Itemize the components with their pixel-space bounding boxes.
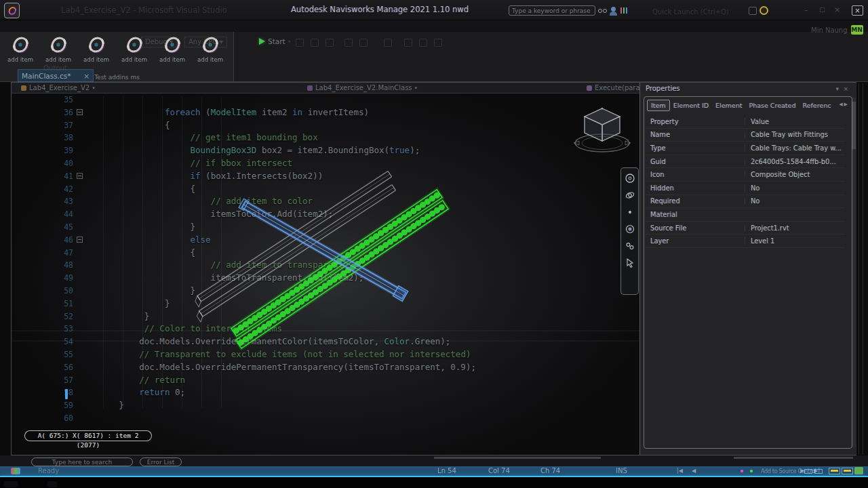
search-ghost-button[interactable]: Type here to search <box>31 458 133 466</box>
status-ready: Ready <box>38 467 59 474</box>
property-row-9: Layer Level 1 <box>646 235 845 248</box>
panel-close-icon[interactable]: × <box>843 85 848 92</box>
toolbar-ghost-icon[interactable] <box>434 39 442 47</box>
disk-indicator-icon[interactable] <box>842 468 853 474</box>
ribbon-button-label: add item <box>77 56 115 63</box>
user-name: Min Naung <box>811 26 848 34</box>
property-row-5: Hidden No <box>646 182 845 195</box>
properties-tab-element[interactable]: Element <box>712 100 745 110</box>
navisworks-plugin-icon <box>9 34 31 56</box>
property-label: Hidden <box>646 184 745 192</box>
property-label: Required <box>646 197 745 205</box>
restore-button[interactable]: □ <box>819 6 825 13</box>
editor-tab-mainclass[interactable]: MainClass.cs* × <box>18 69 94 82</box>
properties-tab-phase-created[interactable]: Phase Created <box>745 100 799 110</box>
property-label: Source File <box>646 224 745 232</box>
look-around-icon[interactable] <box>624 223 636 235</box>
property-label: Material <box>646 211 745 218</box>
bookmark-ghost-icon[interactable] <box>384 39 392 47</box>
hud-readout: A( 675:) X( 8617) : item 2 (2077) <box>24 430 152 441</box>
zoom-icon[interactable] <box>624 206 636 218</box>
toolbar-ghost-icon[interactable] <box>344 39 353 47</box>
h-scrollbar-thumb[interactable] <box>434 457 601 459</box>
property-label: Layer <box>646 237 745 245</box>
menu-row: FileEditViewProjectBuildDebugTeamToolsTe… <box>0 20 868 32</box>
search-box[interactable] <box>509 5 595 16</box>
tab-scroll-arrows-icon[interactable]: ◀▶ <box>839 102 849 107</box>
error-list-ghost-tab[interactable]: Error List <box>140 458 182 466</box>
status-column: Col 74 <box>488 467 510 474</box>
feedback-glitch-icon[interactable] <box>11 468 20 474</box>
properties-tab-item[interactable]: Item <box>647 100 670 111</box>
tab-close-icon[interactable]: × <box>83 72 90 80</box>
toolbar-ghost-icon[interactable] <box>326 39 334 47</box>
start-label: Start <box>268 37 285 45</box>
toolbar-ghost-icon[interactable] <box>296 39 304 47</box>
first-sheet-icon[interactable]: |◀ <box>677 468 683 474</box>
taskbar-edge <box>0 476 868 488</box>
viewport-3d[interactable]: Lab4_Exercise_V2▾ Lab4_Exercise_V2.MainC… <box>12 83 639 455</box>
property-label: Type <box>646 144 745 152</box>
h-scrollbar-thumb[interactable] <box>734 457 853 459</box>
prev-sheet-icon[interactable]: ◀ <box>692 468 696 474</box>
quick-launch-ghost[interactable]: Quick Launch (Ctrl+Q) <box>652 8 729 16</box>
ribbon-button-label: add item <box>1 56 39 63</box>
property-row-3: Guid 2c6400d5-1584-4ffb-b0... <box>646 155 845 169</box>
property-row-1: Name Cable Tray with Fittings <box>646 129 845 142</box>
ribbon-button-label: add item <box>39 56 77 63</box>
properties-title: Properties <box>646 85 680 92</box>
property-row-8: Source File Project1.rvt <box>646 222 845 235</box>
close-ghost-button[interactable]: × <box>834 5 840 14</box>
full-navigation-wheel-icon[interactable] <box>624 172 636 184</box>
search-input[interactable] <box>512 7 592 16</box>
profile-icon[interactable] <box>611 7 616 12</box>
sliders-icon[interactable] <box>620 7 622 14</box>
close-button[interactable]: × <box>852 5 863 16</box>
start-debug-button[interactable]: Start ▾ <box>259 37 291 45</box>
platform-dropdown[interactable]: Any CPU ▾ <box>184 37 227 47</box>
property-row-7: Material <box>646 208 845 222</box>
toolbar-ghost-icon[interactable] <box>419 39 427 47</box>
debug-target-dropdown[interactable]: Debug ▾ <box>141 37 177 47</box>
user-account[interactable]: Min Naung MN <box>811 25 863 35</box>
minimize-button[interactable]: – <box>804 5 808 14</box>
navigation-bar <box>620 167 639 295</box>
property-value: Cable Trays: Cable Tray w... <box>745 144 845 152</box>
binoculars-ic-right-icon <box>603 9 607 13</box>
toolbar-ghost-icon[interactable] <box>359 39 368 47</box>
window-scroll-track[interactable] <box>859 83 863 455</box>
orbit-icon[interactable] <box>624 189 636 201</box>
property-value: Cable Tray with Fittings <box>745 131 845 138</box>
properties-tab-reference-level[interactable]: Reference Level <box>799 100 831 110</box>
navisworks-plugin-icon <box>85 34 107 56</box>
property-value: No <box>745 184 845 192</box>
properties-tab-element-id[interactable]: Element ID <box>670 100 712 110</box>
taskbar-ghost-icon <box>47 481 57 487</box>
property-value: Composite Object <box>745 171 845 178</box>
navisworks-app-logo-icon[interactable] <box>4 3 20 18</box>
sliders-bar3-icon <box>626 7 627 14</box>
property-value: 2c6400d5-1584-4ffb-b0... <box>745 158 845 165</box>
view-cube[interactable] <box>571 100 633 163</box>
property-value: No <box>745 197 845 205</box>
select-icon[interactable] <box>624 257 636 269</box>
user-avatar-badge: MN <box>851 25 863 35</box>
properties-scrollbar[interactable] <box>852 98 856 447</box>
panel-menu-chevron-icon[interactable]: ▾ <box>835 85 839 92</box>
toolbar-ghost-icon[interactable] <box>311 39 319 47</box>
sliders-bar2-icon <box>623 7 625 14</box>
feedback-icon[interactable] <box>749 7 757 15</box>
ribbon-button-add-item-3[interactable]: add item <box>77 33 115 73</box>
walk-icon[interactable] <box>624 240 636 252</box>
pencil-indicator-icon[interactable] <box>829 468 840 474</box>
property-row-6: Required No <box>646 195 845 209</box>
profile-body-icon <box>610 12 617 16</box>
binoculars-ic-left-icon[interactable] <box>598 9 602 13</box>
taskbar-ghost-icon <box>4 481 18 487</box>
property-row-0: Property Value <box>646 115 845 129</box>
model-canvas[interactable] <box>12 83 639 455</box>
shield-badge-icon[interactable] <box>760 6 768 15</box>
toolbar-ghost-icon[interactable] <box>404 39 412 47</box>
ribbon-button-add-item-1[interactable]: add item <box>1 33 39 73</box>
chevron-down-icon: ▾ <box>288 39 291 45</box>
